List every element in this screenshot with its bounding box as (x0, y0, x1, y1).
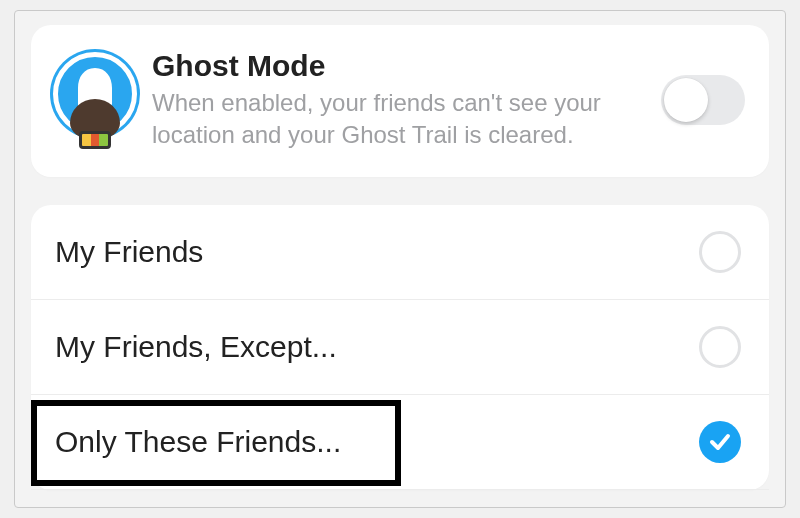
radio-unselected[interactable] (699, 326, 741, 368)
toggle-knob (664, 78, 708, 122)
ghost-mode-card: Ghost Mode When enabled, your friends ca… (31, 25, 769, 177)
ghost-avatar (47, 45, 142, 155)
option-label: My Friends, Except... (55, 330, 337, 364)
option-label: Only These Friends... (55, 425, 341, 459)
visibility-options-card: My Friends My Friends, Except... Only Th… (31, 205, 769, 490)
radio-selected[interactable] (699, 421, 741, 463)
option-my-friends[interactable]: My Friends (31, 205, 769, 300)
check-icon (708, 430, 732, 454)
option-only-these-friends[interactable]: Only These Friends... (31, 395, 769, 490)
ghost-mode-description: When enabled, your friends can't see you… (152, 87, 643, 150)
option-label: My Friends (55, 235, 203, 269)
option-my-friends-except[interactable]: My Friends, Except... (31, 300, 769, 395)
radio-unselected[interactable] (699, 231, 741, 273)
ghost-mode-title: Ghost Mode (152, 49, 643, 83)
ghost-mode-toggle[interactable] (661, 75, 745, 125)
